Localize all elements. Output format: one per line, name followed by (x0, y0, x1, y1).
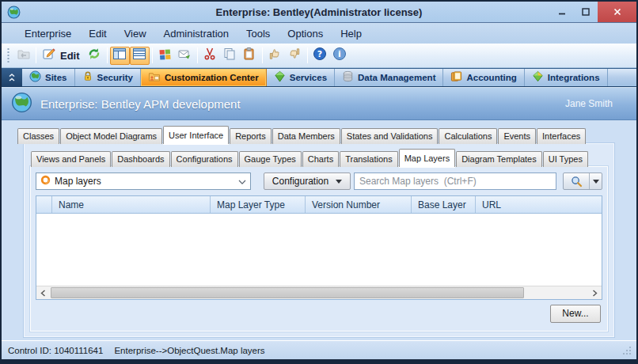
copy-icon (222, 47, 237, 64)
thumbs-up-icon (268, 47, 282, 64)
column-header-version-number[interactable]: Version Number (306, 196, 412, 213)
send-button[interactable] (175, 47, 195, 65)
configuration-button-label: Configuration (272, 176, 328, 187)
info-button[interactable]: i (330, 47, 350, 65)
svg-text:?: ? (317, 49, 322, 59)
layout-rows-toggle[interactable] (130, 47, 150, 65)
magnifier-icon[interactable] (564, 173, 590, 189)
tab-calculations[interactable]: Calculations (439, 128, 497, 144)
edit-icon (42, 47, 56, 64)
reject-button[interactable] (285, 47, 305, 65)
send-envelope-icon (177, 47, 192, 64)
page-title: Enterprise: Bentley APM development (40, 97, 241, 111)
minimize-button[interactable] (550, 2, 574, 22)
tab-translations[interactable]: Translations (340, 151, 398, 167)
refresh-button[interactable] (85, 47, 104, 65)
horizontal-scrollbar[interactable] (36, 286, 602, 299)
tab-views-and-panels[interactable]: Views and Panels (31, 151, 111, 167)
scroll-left-arrow-icon[interactable] (36, 286, 50, 299)
tab-gauge-types[interactable]: Gauge Types (239, 151, 302, 167)
tab-reports[interactable]: Reports (230, 128, 272, 144)
grid-row-selector-header[interactable] (36, 196, 52, 213)
toolbar: Edit (2, 44, 636, 68)
menu-item-help[interactable]: Help (332, 25, 370, 43)
search-button[interactable] (563, 173, 602, 190)
tab-interfaces[interactable]: Interfaces (537, 128, 586, 144)
tab-map-layers[interactable]: Map Layers (399, 149, 455, 167)
map-layers-grid: Name Map Layer Type Version Number Base … (36, 195, 602, 300)
back-button[interactable] (13, 47, 33, 65)
maximize-button[interactable] (574, 2, 598, 22)
column-header-base-layer[interactable]: Base Layer (412, 196, 476, 213)
status-bar: Control ID: 1040111641 Enterprise-->Obje… (2, 340, 636, 359)
configuration-button[interactable]: Configuration (264, 173, 351, 190)
menu-item-edit[interactable]: Edit (80, 25, 115, 43)
tab-dashboards[interactable]: Dashboards (112, 151, 169, 167)
search-options-caret-icon[interactable] (590, 173, 602, 189)
copy-button[interactable] (220, 47, 240, 65)
close-button[interactable] (598, 2, 636, 22)
column-header-url[interactable]: URL (476, 196, 602, 213)
tab-object-model-diagrams[interactable]: Object Model Diagrams (60, 128, 162, 144)
scrollbar-track[interactable] (50, 286, 588, 299)
new-button[interactable]: New... (550, 305, 601, 323)
help-icon: ? (313, 47, 327, 64)
tab-diagram-templates[interactable]: Diagram Templates (456, 151, 542, 167)
toolbar-separator (36, 47, 36, 63)
tab-data-members[interactable]: Data Members (272, 128, 340, 144)
grid-footer: New... (36, 300, 602, 327)
menu-item-administration[interactable]: Administration (155, 25, 237, 43)
nav-item-integrations[interactable]: Integrations (525, 69, 608, 86)
tab-configurations[interactable]: Configurations (171, 151, 238, 167)
combobox-chevron-down-icon[interactable] (238, 174, 246, 188)
tab-classes[interactable]: Classes (17, 128, 59, 144)
help-button[interactable]: ? (310, 47, 330, 65)
toolbar-separator (152, 47, 153, 63)
menu-item-tools[interactable]: Tools (237, 25, 279, 43)
nav-collapse-chevron-icon[interactable] (2, 69, 22, 86)
menu-item-options[interactable]: Options (279, 25, 332, 43)
entity-selector-combobox[interactable]: Map layers (36, 173, 251, 190)
nav-item-label: Sites (45, 73, 67, 82)
nav-item-security[interactable]: Security (75, 69, 141, 86)
window-title: Enterprise: Bentley(Administrator licens… (2, 6, 636, 18)
tab-states-and-validations[interactable]: States and Validations (341, 128, 439, 144)
toolbar-separator (262, 47, 263, 63)
cut-button[interactable] (200, 47, 220, 65)
nav-item-label: Security (97, 73, 133, 82)
layout-columns-toggle[interactable] (110, 47, 130, 65)
resize-grip-icon[interactable] (621, 345, 632, 355)
nav-item-services[interactable]: Services (267, 69, 335, 86)
column-header-name[interactable]: Name (52, 196, 211, 213)
scrollbar-thumb[interactable] (51, 287, 524, 298)
tab-events[interactable]: Events (498, 128, 536, 144)
approve-button[interactable] (265, 47, 285, 65)
secondary-tab-strip: Views and Panels Dashboards Configuratio… (31, 149, 608, 167)
tab-user-interface[interactable]: User Interface (163, 126, 229, 144)
tab-ui-types[interactable]: UI Types (543, 151, 588, 167)
status-breadcrumb: Enterprise-->ObjectQuest.Map layers (114, 346, 264, 355)
nav-item-sites[interactable]: Sites (22, 69, 75, 86)
database-icon (342, 70, 354, 85)
scroll-right-arrow-icon[interactable] (588, 286, 602, 299)
menu-item-enterprise[interactable]: Enterprise (16, 25, 80, 43)
menu-item-view[interactable]: View (116, 25, 155, 43)
windows-button[interactable] (155, 47, 175, 65)
edit-button[interactable] (39, 47, 59, 65)
nav-item-label: Data Management (358, 73, 435, 82)
nav-item-accounting[interactable]: Accounting (443, 69, 524, 86)
globe-icon (29, 70, 41, 85)
tab-charts[interactable]: Charts (302, 151, 339, 167)
module-nav-bar: Sites Security Customization Center Serv… (2, 68, 636, 87)
edit-button-label[interactable]: Edit (60, 50, 80, 62)
grid-body-empty[interactable] (36, 214, 602, 286)
nav-item-customization-center[interactable]: Customization Center (141, 69, 267, 86)
search-input[interactable] (354, 173, 556, 190)
app-globe-icon (7, 6, 21, 19)
paste-button[interactable] (240, 47, 260, 65)
column-header-map-layer-type[interactable]: Map Layer Type (211, 196, 306, 213)
nav-item-data-management[interactable]: Data Management (335, 69, 443, 86)
grid-header-row: Name Map Layer Type Version Number Base … (36, 196, 602, 214)
back-folder-icon (17, 47, 31, 64)
toolbar-grip-handle[interactable] (6, 47, 10, 64)
